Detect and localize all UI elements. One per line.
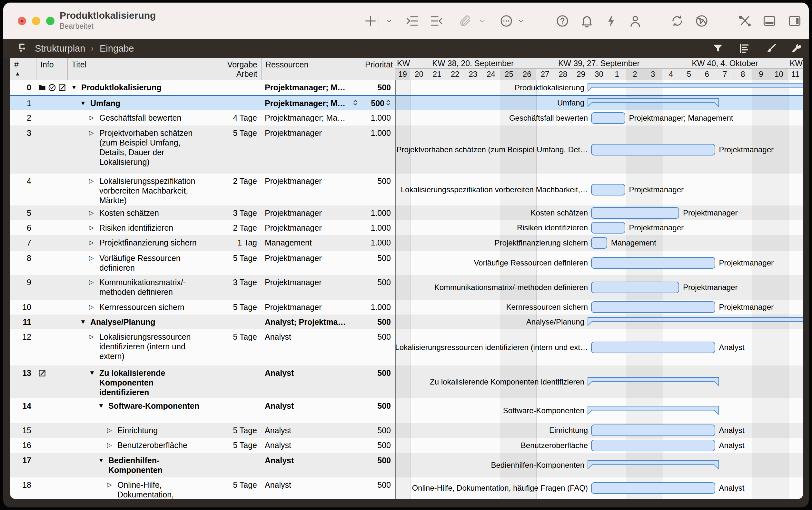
priority-stepper[interactable] bbox=[386, 99, 394, 108]
day-header-cell: 19 bbox=[395, 69, 410, 80]
gantt-task-bar[interactable] bbox=[591, 282, 679, 293]
folder-icon[interactable] bbox=[38, 83, 47, 94]
column-header-prioritaet[interactable]: Priorität bbox=[361, 58, 395, 80]
gantt-task-bar[interactable] bbox=[591, 342, 715, 353]
disclosure-triangle[interactable]: ▷ bbox=[89, 302, 97, 312]
column-header-arbeit[interactable]: Vorgabe Arbeit bbox=[202, 58, 262, 80]
column-header-ressourcen[interactable]: Ressourcen bbox=[262, 58, 361, 80]
clock-check-icon[interactable] bbox=[48, 83, 56, 94]
panel-bottom-icon[interactable] bbox=[762, 14, 777, 28]
outline-icon[interactable] bbox=[738, 42, 750, 55]
note-edit-icon[interactable] bbox=[58, 83, 66, 94]
priority-value: 1.000 bbox=[371, 303, 391, 312]
table-row[interactable]: 9▷Kommunikationsmatrix/-methoden definie… bbox=[10, 275, 803, 300]
task-number: 13 bbox=[10, 366, 36, 398]
disclosure-triangle[interactable]: ▷ bbox=[89, 113, 97, 122]
indent-icon[interactable] bbox=[406, 14, 419, 28]
table-row[interactable]: 4▷Lokalisierungsspezifikation vorbereite… bbox=[10, 174, 803, 205]
table-row[interactable]: 2▷Geschäftsfall bewerten4 TageProjektman… bbox=[10, 110, 803, 125]
outdent-icon[interactable] bbox=[430, 14, 443, 28]
gantt-summary-bar[interactable] bbox=[587, 377, 719, 388]
chevron-down-icon[interactable] bbox=[517, 17, 525, 25]
resources-stepper[interactable] bbox=[353, 99, 360, 108]
brush-icon[interactable] bbox=[765, 42, 777, 55]
disclosure-triangle[interactable]: ▷ bbox=[89, 332, 97, 342]
gantt-summary-bar[interactable] bbox=[587, 460, 719, 471]
work-value bbox=[202, 80, 262, 95]
disclosure-triangle[interactable]: ▼ bbox=[89, 368, 97, 378]
network-icon[interactable] bbox=[695, 14, 709, 28]
priority-value: 500 bbox=[377, 278, 391, 287]
table-row[interactable]: 7▷Projektfinanzierung sichern1 TagManage… bbox=[10, 235, 803, 251]
chevron-down-icon[interactable] bbox=[478, 17, 486, 25]
table-row[interactable]: 5▷Kosten schätzen3 TageProjektmanager1.0… bbox=[10, 205, 803, 220]
ellipsis-circle-icon[interactable] bbox=[499, 14, 513, 28]
disclosure-triangle[interactable]: ▼ bbox=[98, 401, 107, 410]
gantt-task-bar[interactable] bbox=[591, 144, 715, 155]
disclosure-triangle[interactable]: ▷ bbox=[107, 425, 115, 435]
gantt-task-bar[interactable] bbox=[591, 425, 715, 436]
disclosure-triangle[interactable]: ▷ bbox=[89, 277, 97, 287]
gantt-task-bar[interactable] bbox=[591, 257, 715, 269]
day-header-cell: 20 bbox=[410, 69, 428, 80]
plus-icon[interactable] bbox=[364, 14, 377, 28]
disclosure-triangle[interactable]: ▷ bbox=[107, 440, 115, 450]
disclosure-triangle[interactable]: ▷ bbox=[89, 128, 97, 138]
task-title: Kernressourcen sichern bbox=[99, 303, 184, 312]
sort-indicator[interactable]: ▲ bbox=[15, 70, 36, 77]
disclosure-triangle[interactable]: ▷ bbox=[89, 208, 97, 218]
gantt-task-bar[interactable] bbox=[591, 237, 607, 249]
tools-icon[interactable] bbox=[738, 14, 752, 28]
disclosure-triangle[interactable]: ▷ bbox=[89, 176, 97, 186]
gantt-summary-bar[interactable] bbox=[587, 406, 719, 417]
gantt-task-bar[interactable] bbox=[591, 482, 715, 494]
disclosure-triangle[interactable]: ▼ bbox=[80, 317, 88, 327]
note-edit-icon[interactable] bbox=[38, 369, 47, 379]
column-header-info[interactable]: Info bbox=[36, 58, 68, 80]
task-number: 2 bbox=[10, 110, 36, 125]
gantt-task-bar[interactable] bbox=[591, 440, 715, 451]
column-header-titel[interactable]: Titel bbox=[68, 58, 202, 80]
gantt-summary-bar[interactable] bbox=[587, 83, 803, 94]
column-header-num[interactable]: #▲ bbox=[10, 58, 36, 80]
help-icon[interactable] bbox=[555, 14, 570, 28]
person-icon[interactable] bbox=[628, 14, 642, 28]
bolt-icon[interactable] bbox=[604, 14, 618, 28]
close-button[interactable] bbox=[18, 17, 26, 25]
zoom-button[interactable] bbox=[46, 17, 55, 25]
gantt-task-bar[interactable] bbox=[591, 207, 679, 219]
breadcrumb-mode[interactable]: Eingabe bbox=[100, 43, 134, 54]
sync-icon[interactable] bbox=[670, 14, 684, 28]
priority-value: 500 bbox=[377, 368, 391, 377]
priority-value: 1.000 bbox=[371, 113, 391, 122]
disclosure-triangle[interactable]: ▼ bbox=[98, 455, 107, 465]
gantt-task-bar[interactable] bbox=[591, 301, 715, 313]
disclosure-triangle[interactable]: ▷ bbox=[89, 238, 97, 248]
task-title: Benutzeroberfläche bbox=[117, 441, 187, 450]
panel-right-icon[interactable] bbox=[787, 14, 802, 28]
breadcrumb[interactable]: Strukturplan › Eingabe bbox=[18, 39, 134, 58]
paperclip-icon[interactable] bbox=[459, 14, 472, 28]
disclosure-triangle[interactable]: ▷ bbox=[107, 480, 115, 490]
wrench-icon[interactable] bbox=[791, 42, 802, 55]
task-number: 6 bbox=[10, 220, 36, 235]
gantt-summary-bar[interactable] bbox=[587, 317, 803, 328]
disclosure-triangle[interactable]: ▼ bbox=[80, 98, 88, 108]
minimize-button[interactable] bbox=[32, 17, 40, 25]
task-number: 0 bbox=[10, 80, 36, 95]
gantt-task-bar[interactable] bbox=[591, 112, 625, 124]
bell-icon[interactable] bbox=[580, 14, 594, 28]
disclosure-triangle[interactable]: ▷ bbox=[89, 253, 97, 263]
gantt-task-bar[interactable] bbox=[591, 222, 625, 233]
task-title: Vorläufige Ressourcen definieren bbox=[99, 254, 181, 272]
table-row[interactable]: 6▷Risiken identifizieren2 TageProjektman… bbox=[10, 220, 803, 235]
gantt-task-bar[interactable] bbox=[591, 184, 625, 196]
gantt-summary-bar[interactable] bbox=[587, 98, 719, 109]
chevron-down-icon[interactable] bbox=[385, 17, 393, 25]
breadcrumb-view[interactable]: Strukturplan bbox=[35, 43, 85, 54]
structure-icon bbox=[18, 42, 29, 55]
filter-icon[interactable] bbox=[712, 42, 724, 55]
day-header-cell: 10 bbox=[770, 69, 788, 80]
disclosure-triangle[interactable]: ▼ bbox=[71, 83, 79, 92]
disclosure-triangle[interactable]: ▷ bbox=[89, 223, 97, 233]
